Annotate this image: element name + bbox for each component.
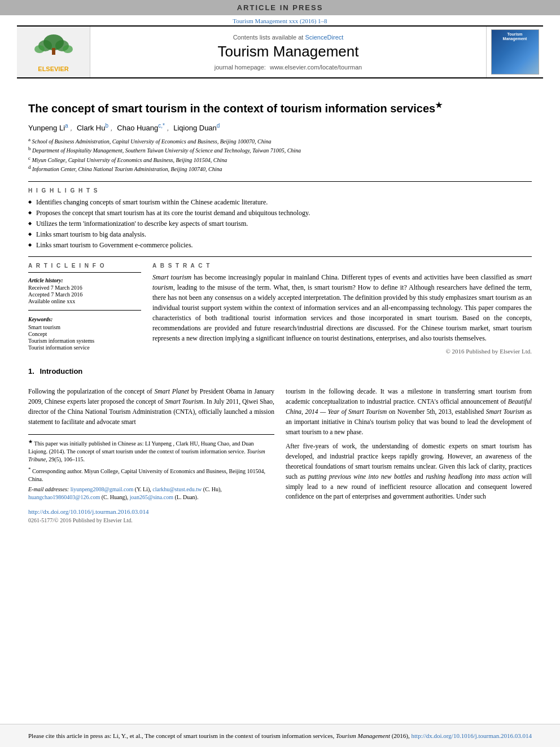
author-1-name: Yunpeng Li <box>28 124 65 132</box>
svg-point-4 <box>34 45 45 53</box>
citation-doi-link[interactable]: http://dx.doi.org/10.1016/j.tourman.2016… <box>412 732 532 739</box>
authors-line: Yunpeng Lia, Clark Hub, Chao Huangc,*, L… <box>28 123 532 132</box>
keywords-label: Keywords: <box>28 316 141 322</box>
introduction-heading: 1. Introduction <box>28 367 532 375</box>
intro-para-2: tourism in the following decade. It was … <box>286 387 532 437</box>
citation-text-1: Please cite this article in press as: Li… <box>28 732 336 739</box>
journal-cover-image: Tourism Management <box>491 29 539 75</box>
keyword-4: Tourist information service <box>28 344 141 351</box>
separator-info <box>28 272 141 273</box>
svg-point-5 <box>63 45 73 53</box>
doi-link[interactable]: http://dx.doi.org/10.1016/j.tourman.2016… <box>28 508 148 515</box>
email-link-1[interactable]: liyunpeng2008@gmail.com <box>71 486 134 492</box>
journal-ref-line: Tourism Management xxx (2016) 1–8 <box>0 15 560 25</box>
history-label: Article history: <box>28 277 141 283</box>
abstract-text: Smart tourism has become increasingly po… <box>152 272 532 343</box>
abstract-italic-2: smart tourism <box>152 273 532 291</box>
affiliations-block: a School of Business Administration, Cap… <box>28 137 532 172</box>
affiliation-a: a School of Business Administration, Cap… <box>28 137 532 145</box>
journal-cover-area: Tourism Management <box>487 27 543 77</box>
homepage-link[interactable]: www.elsevier.com/locate/tourman <box>270 64 362 71</box>
footnote-3: E-mail addresses: liyunpeng2008@gmail.co… <box>28 486 274 501</box>
separator-2 <box>28 256 532 257</box>
article-title: The concept of smart tourism in the cont… <box>28 100 532 116</box>
abstract-col: A B S T R A C T Smart tourism has become… <box>152 263 532 355</box>
journal-main-title: Tourism Management <box>218 43 359 60</box>
email-link-3[interactable]: huangchao19860403@126.com <box>28 494 100 500</box>
elsevier-logo-icon <box>23 32 85 63</box>
email-link-4[interactable]: joan265@sina.com <box>130 494 173 500</box>
copyright-line: © 2016 Published by Elsevier Ltd. <box>152 348 532 355</box>
highlights-label: H I G H L I G H T S <box>28 187 532 194</box>
keyword-1: Smart tourism <box>28 324 141 330</box>
author-sep-2: , <box>111 124 113 132</box>
article-title-text: The concept of smart tourism in the cont… <box>28 102 435 115</box>
available-online: Available online xxx <box>28 298 141 304</box>
introduction-section: 1. Introduction Following the populariza… <box>28 367 532 523</box>
citation-footer: Please cite this article in press as: Li… <box>0 724 560 748</box>
received-date: Received 7 March 2016 <box>28 285 141 291</box>
elsevier-brand-text: ELSEVIER <box>38 65 68 72</box>
author-4-name: Liqiong Duan <box>173 124 217 132</box>
article-info-abstract-section: A R T I C L E I N F O Article history: R… <box>28 263 532 355</box>
highlight-item: Links smart tourism to Government e-comm… <box>28 241 532 250</box>
author-4-sup: d <box>217 123 220 129</box>
journal-homepage-line: journal homepage: www.elsevier.com/locat… <box>215 64 362 71</box>
footnotes-area: ★ This paper was initially published in … <box>28 434 274 502</box>
sciencedirect-line: Contents lists available at ScienceDirec… <box>233 34 344 41</box>
introduction-body: Following the popularization of the conc… <box>28 387 532 523</box>
keyword-3: Tourism information systems <box>28 338 141 344</box>
footnote-1: ★ This paper was initially published in … <box>28 438 274 464</box>
main-content: The concept of smart tourism in the cont… <box>0 78 560 724</box>
affiliation-d: d Information Center, China National Tou… <box>28 164 532 172</box>
elsevier-logo-area: ELSEVIER <box>17 27 90 77</box>
banner-text: ARTICLE IN PRESS <box>237 3 323 12</box>
issn-line: 0261-5177/© 2016 Published by Elsevier L… <box>28 517 274 523</box>
article-info-col: A R T I C L E I N F O Article history: R… <box>28 263 141 355</box>
author-3-name: Chao Huang <box>117 124 158 132</box>
svg-rect-3 <box>52 48 55 55</box>
citation-text-3: (2016), <box>392 732 412 739</box>
footnote-2: * Corresponding author. Miyun College, C… <box>28 466 274 483</box>
email-link-2[interactable]: clarkhu@stust.edu.tw <box>152 486 202 492</box>
section-title: Introduction <box>40 367 82 375</box>
article-in-press-banner: ARTICLE IN PRESS <box>0 0 560 15</box>
highlight-item: Utilizes the term 'informationization' t… <box>28 220 532 228</box>
author-2-sup: b <box>105 123 108 129</box>
sciencedirect-label: Contents lists available at <box>233 34 304 41</box>
homepage-label: journal homepage: <box>215 64 266 71</box>
separator-1 <box>28 181 532 182</box>
highlight-item: Links smart tourism to big data analysis… <box>28 230 532 239</box>
title-star: ★ <box>435 101 443 110</box>
highlight-item: Identifies changing concepts of smart to… <box>28 198 532 207</box>
highlight-item: Proposes the concept that smart tourism … <box>28 209 532 217</box>
article-history: Article history: Received 7 March 2016 A… <box>28 277 141 304</box>
doi-area: http://dx.doi.org/10.1016/j.tourman.2016… <box>28 507 274 523</box>
author-sep-1: , <box>71 124 73 132</box>
keyword-2: Concept <box>28 331 141 337</box>
journal-ref-text: Tourism Management xxx (2016) 1–8 <box>233 18 327 24</box>
author-sep-3: , <box>167 124 169 132</box>
citation-journal: Tourism Management <box>336 732 390 739</box>
page-wrapper: ARTICLE IN PRESS Tourism Management xxx … <box>0 0 560 747</box>
section-number: 1. <box>28 367 34 375</box>
highlights-list: Identifies changing concepts of smart to… <box>28 198 532 250</box>
abstract-label: A B S T R A C T <box>152 263 532 269</box>
highlights-section: H I G H L I G H T S Identifies changing … <box>28 187 532 250</box>
affiliation-c: c Miyun College, Capital University of E… <box>28 155 532 163</box>
cover-title-line1: Tourism <box>507 32 522 37</box>
author-1-sup: a <box>65 123 68 129</box>
cover-title-line2: Management <box>503 37 527 41</box>
author-2-name: Clark Hu <box>77 124 106 132</box>
journal-header: ELSEVIER Contents lists available at Sci… <box>17 25 543 78</box>
intro-left-col: Following the popularization of the conc… <box>28 387 274 523</box>
author-3-sup: c,* <box>158 123 165 129</box>
article-info-label: A R T I C L E I N F O <box>28 263 141 269</box>
accepted-date: Accepted 7 March 2016 <box>28 291 141 298</box>
separator-keywords <box>28 310 141 311</box>
abstract-italic-1: Smart tourism <box>152 273 191 281</box>
sciencedirect-link[interactable]: ScienceDirect <box>305 34 343 41</box>
intro-para-3: After five-years of work, the understand… <box>286 442 532 502</box>
journal-title-area: Contents lists available at ScienceDirec… <box>90 27 487 77</box>
affiliation-b: b Department of Hospitality Management, … <box>28 146 532 154</box>
